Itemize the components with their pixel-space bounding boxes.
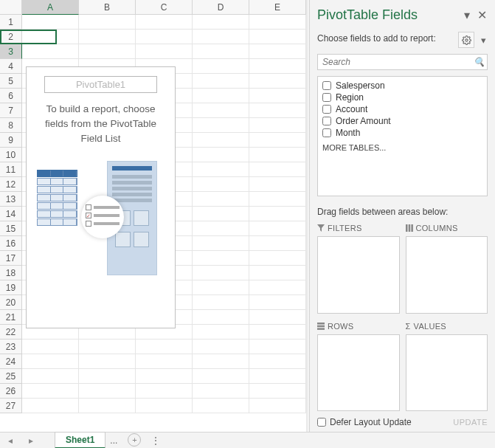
tab-scroll-right[interactable]: ▸ — [21, 435, 41, 448]
values-header: ΣVALUES — [406, 320, 488, 333]
field-list[interactable]: SalespersonRegionAccountOrder AmountMont… — [317, 76, 488, 196]
field-order-amount[interactable]: Order Amount — [322, 115, 482, 127]
rows-icon — [317, 323, 325, 330]
row-header-27[interactable]: 27 — [0, 399, 22, 413]
search-input[interactable] — [318, 55, 471, 69]
col-header-E[interactable]: E — [249, 0, 306, 15]
row-header-14[interactable]: 14 — [0, 207, 22, 221]
sheet-tab-more[interactable]: ... — [105, 433, 122, 448]
sigma-icon: Σ — [406, 322, 411, 331]
columns-area[interactable] — [406, 236, 488, 314]
svg-rect-5 — [317, 325, 325, 327]
row-header-4[interactable]: 4 — [0, 59, 22, 74]
row-header-8[interactable]: 8 — [0, 118, 22, 133]
field-checkbox[interactable] — [322, 93, 331, 102]
field-label: Order Amount — [336, 116, 391, 126]
row-header-22[interactable]: 22 — [0, 325, 22, 340]
row-header-24[interactable]: 24 — [0, 354, 22, 369]
svg-rect-6 — [317, 328, 325, 330]
row-header-21[interactable]: 21 — [0, 310, 22, 325]
svg-rect-1 — [406, 224, 408, 232]
filters-header: FILTERS — [317, 221, 400, 235]
svg-point-0 — [465, 38, 467, 41]
panel-title: PivotTable Fields — [317, 7, 458, 23]
pivot-name: PivotTable1 — [44, 76, 157, 93]
field-checkbox[interactable] — [322, 117, 331, 125]
field-checkbox[interactable] — [322, 105, 331, 114]
row-header-12[interactable]: 12 — [0, 177, 22, 192]
pivot-fields-panel: PivotTable Fields ▾ ✕ Choose fields to a… — [309, 0, 495, 432]
update-button[interactable]: UPDATE — [453, 418, 488, 427]
row-header-11[interactable]: 11 — [0, 162, 22, 177]
field-region[interactable]: Region — [322, 92, 482, 103]
defer-label: Defer Layout Update — [330, 417, 412, 427]
field-month[interactable]: Month — [322, 127, 482, 139]
more-tables-link[interactable]: MORE TABLES... — [322, 143, 482, 152]
gear-dropdown-icon[interactable]: ▾ — [479, 32, 488, 48]
close-icon[interactable]: ✕ — [476, 10, 488, 21]
field-label: Account — [336, 104, 367, 114]
row-header-25[interactable]: 25 — [0, 369, 22, 384]
worksheet[interactable]: ABCDE 1234567891011121314151617181920212… — [0, 0, 306, 432]
sheet-tab-bar: ◂ ▸ Sheet1 ... + ⋮ — [0, 432, 495, 448]
tab-menu-icon[interactable]: ⋮ — [147, 433, 165, 448]
pivot-illustration: ✓ — [37, 161, 165, 279]
col-header-C[interactable]: C — [136, 0, 193, 15]
filter-icon — [317, 224, 325, 232]
select-all-corner[interactable] — [0, 0, 22, 15]
filters-area[interactable] — [317, 236, 400, 314]
row-header-5[interactable]: 5 — [0, 74, 22, 89]
field-search[interactable]: 🔍 — [317, 54, 488, 70]
svg-rect-3 — [411, 224, 413, 232]
svg-rect-4 — [317, 323, 325, 325]
columns-icon — [406, 224, 413, 232]
field-label: Region — [336, 92, 364, 103]
defer-checkbox[interactable] — [317, 418, 326, 427]
field-checkbox[interactable] — [322, 81, 331, 90]
col-header-D[interactable]: D — [193, 0, 249, 15]
values-area[interactable] — [406, 334, 488, 412]
svg-rect-2 — [408, 224, 410, 232]
pivot-placeholder: PivotTable1 To build a report, choose fi… — [26, 66, 176, 328]
row-header-13[interactable]: 13 — [0, 192, 22, 207]
row-header-23[interactable]: 23 — [0, 340, 22, 354]
rows-area[interactable] — [317, 334, 400, 412]
columns-header: COLUMNS — [406, 221, 488, 235]
row-header-1[interactable]: 1 — [0, 15, 22, 30]
field-label: Month — [336, 128, 360, 138]
row-header-16[interactable]: 16 — [0, 236, 22, 251]
field-account[interactable]: Account — [322, 103, 482, 115]
panel-subtitle: Choose fields to add to report: — [317, 33, 454, 44]
row-header-26[interactable]: 26 — [0, 384, 22, 399]
sheet-tab-active[interactable]: Sheet1 — [55, 432, 105, 448]
row-header-3[interactable]: 3 — [0, 44, 22, 59]
new-sheet-button[interactable]: + — [128, 433, 141, 447]
search-icon[interactable]: 🔍 — [471, 55, 487, 69]
field-salesperson[interactable]: Salesperson — [322, 80, 482, 92]
drag-label: Drag fields between areas below: — [317, 207, 488, 217]
row-header-6[interactable]: 6 — [0, 89, 22, 103]
gear-icon[interactable] — [458, 32, 474, 48]
row-header-10[interactable]: 10 — [0, 148, 22, 162]
col-header-B[interactable]: B — [79, 0, 136, 15]
row-header-17[interactable]: 17 — [0, 251, 22, 266]
active-cell[interactable] — [0, 30, 57, 44]
row-header-18[interactable]: 18 — [0, 266, 22, 280]
tab-scroll-left[interactable]: ◂ — [0, 435, 21, 448]
col-header-A[interactable]: A — [22, 0, 79, 15]
row-header-7[interactable]: 7 — [0, 103, 22, 118]
dropdown-icon[interactable]: ▾ — [461, 10, 473, 21]
row-header-9[interactable]: 9 — [0, 133, 22, 148]
row-header-15[interactable]: 15 — [0, 221, 22, 236]
row-header-20[interactable]: 20 — [0, 295, 22, 310]
row-header-19[interactable]: 19 — [0, 280, 22, 295]
field-checkbox[interactable] — [322, 128, 331, 137]
rows-header: ROWS — [317, 320, 400, 333]
field-label: Salesperson — [336, 80, 385, 91]
